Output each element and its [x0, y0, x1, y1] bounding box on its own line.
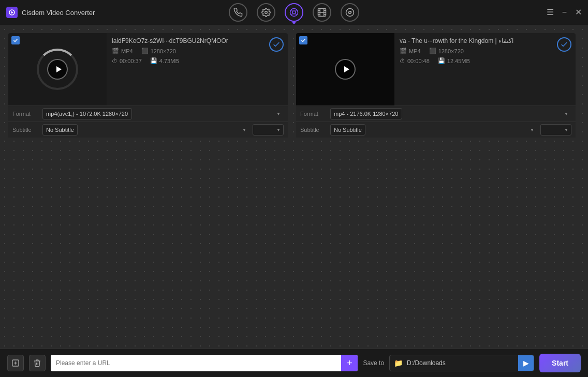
nav-phone-icon[interactable] [229, 3, 247, 22]
format-select[interactable]: mp4 - 2176.0K 1280×720 [330, 108, 402, 119]
resolution-icon: ⬛ [429, 48, 436, 54]
nav-bar [229, 3, 359, 22]
subtitle-select[interactable]: No Subtitle [330, 124, 365, 135]
titlebar: Cisdem Video Converter [0, 0, 588, 25]
confirm-button[interactable] [557, 37, 571, 52]
svg-point-17 [346, 9, 354, 17]
svg-point-4 [292, 11, 296, 14]
video-title: va - The u···rowth for the Kingdom | اكت… [400, 37, 570, 44]
svg-line-8 [296, 10, 297, 11]
delete-button[interactable] [29, 355, 46, 371]
duration-value: 00:00:48 [407, 58, 430, 64]
duration-meta: ⏱ 00:00:48 [400, 57, 430, 64]
svg-line-6 [296, 14, 297, 15]
confirm-button[interactable] [269, 37, 284, 52]
nav-reel-icon[interactable] [341, 3, 359, 22]
resolution-value: 1280×720 [151, 48, 176, 54]
video-card: va - The u···rowth for the Kingdom | اكت… [296, 33, 576, 138]
format-meta: 🎬 MP4 [400, 48, 421, 54]
file-icon: 💾 [438, 57, 445, 64]
nav-video-icon[interactable] [285, 3, 303, 22]
bottombar: + Save to 📁 D:/Downloads ▶ Start [0, 349, 588, 377]
subtitle-lang-wrapper: ▼ [540, 124, 571, 135]
subtitle-lang-select[interactable] [540, 124, 571, 135]
nav-film-icon[interactable] [313, 3, 331, 22]
card-meta: 🎬 MP4 ⬛ 1280×720 [400, 48, 570, 54]
url-input[interactable] [51, 355, 341, 371]
card-info: va - The u···rowth for the Kingdom | اكت… [394, 33, 576, 105]
start-button[interactable]: Start [539, 354, 581, 372]
format-row: Format mp4(avc1,) - 1072.0K 1280×720 ▼ [8, 105, 288, 122]
card-meta: 🎬 MP4 ⬛ 1280×720 [112, 48, 283, 54]
clock-icon: ⏱ [400, 58, 405, 64]
format-select-arrow: ▼ [564, 112, 568, 116]
format-select-arrow: ▼ [276, 112, 281, 116]
video-thumbnail [8, 33, 107, 105]
app-name: Cisdem Video Converter [22, 9, 95, 17]
card-top: va - The u···rowth for the Kingdom | اكت… [296, 33, 576, 105]
subtitle-select-arrow: ▼ [242, 128, 246, 132]
filesize-value: 4.73MB [159, 58, 179, 64]
clock-icon: ⏱ [112, 58, 117, 64]
play-button[interactable] [47, 59, 68, 80]
video-card: laidF9KeO7z-s2WI···dcT9BGU2NrQMOOr 🎬 MP4… [8, 33, 288, 138]
resolution-value: 1280×720 [438, 48, 464, 54]
filesize-value: 12.45MB [447, 58, 470, 64]
video-checkbox[interactable] [11, 36, 20, 44]
subtitle-select-arrow: ▼ [530, 128, 534, 132]
format-icon: 🎬 [112, 48, 119, 54]
save-to-label: Save to [363, 359, 384, 367]
format-select-wrapper: mp4 - 2176.0K 1280×720 ▼ [330, 108, 571, 119]
card-info: laidF9KeO7z-s2WI···dcT9BGU2NrQMOOr 🎬 MP4… [107, 33, 288, 105]
subtitle-select[interactable]: No Subtitle [42, 124, 78, 135]
video-checkbox[interactable] [299, 36, 307, 44]
svg-point-2 [265, 11, 268, 14]
menu-button[interactable]: ☰ [547, 8, 554, 17]
svg-marker-20 [344, 66, 349, 72]
app-logo [6, 7, 18, 18]
resolution-icon: ⬛ [141, 48, 149, 54]
format-row: Format mp4 - 2176.0K 1280×720 ▼ [296, 105, 576, 122]
save-path-text: D:/Downloads [407, 359, 518, 367]
svg-marker-1 [11, 11, 14, 14]
nav-settings-icon[interactable] [257, 3, 275, 22]
play-button[interactable] [335, 59, 356, 80]
minimize-button[interactable]: − [562, 8, 567, 17]
main-content: laidF9KeO7z-s2WI···dcT9BGU2NrQMOOr 🎬 MP4… [0, 25, 588, 349]
subtitle-label: Subtitle [300, 127, 327, 133]
format-meta: 🎬 MP4 [112, 48, 133, 54]
filesize-meta: 💾 4.73MB [150, 57, 179, 64]
url-input-wrapper: + [51, 355, 358, 371]
url-add-button[interactable]: + [341, 355, 358, 371]
card-meta-2: ⏱ 00:00:48 💾 12.45MB [400, 57, 570, 64]
save-path-wrapper: 📁 D:/Downloads ▶ [389, 355, 534, 371]
subtitle-lang-select[interactable] [253, 124, 284, 135]
loading-spinner [37, 49, 78, 90]
subtitle-row: Subtitle No Subtitle ▼ ▼ [8, 122, 288, 138]
card-meta-2: ⏱ 00:00:37 💾 4.73MB [112, 57, 283, 64]
resolution-meta: ⬛ 1280×720 [429, 48, 464, 54]
filesize-meta: 💾 12.45MB [438, 57, 470, 64]
subtitle-label: Subtitle [12, 127, 39, 133]
file-icon: 💾 [150, 57, 157, 64]
close-button[interactable]: ✕ [575, 8, 582, 17]
video-title: laidF9KeO7z-s2WI···dcT9BGU2NrQMOOr [112, 37, 283, 44]
svg-line-7 [291, 14, 292, 15]
format-label: Format [12, 111, 39, 117]
subtitle-select-wrapper: No Subtitle ▼ [330, 124, 537, 135]
format-select[interactable]: mp4(avc1,) - 1072.0K 1280×720 [42, 108, 132, 119]
subtitle-row: Subtitle No Subtitle ▼ ▼ [296, 122, 576, 138]
browse-button[interactable]: ▶ [518, 355, 534, 371]
duration-value: 00:00:37 [120, 58, 142, 64]
window-controls: ☰ − ✕ [547, 8, 582, 17]
format-select-wrapper: mp4(avc1,) - 1072.0K 1280×720 ▼ [42, 108, 284, 119]
format-badge: MP4 [409, 48, 421, 54]
folder-icon: 📁 [390, 359, 407, 367]
svg-line-5 [291, 10, 292, 11]
duration-meta: ⏱ 00:00:37 [112, 57, 142, 64]
card-top: laidF9KeO7z-s2WI···dcT9BGU2NrQMOOr 🎬 MP4… [8, 33, 288, 105]
format-badge: MP4 [121, 48, 133, 54]
resolution-meta: ⬛ 1280×720 [141, 48, 176, 54]
add-file-button[interactable] [7, 355, 24, 371]
subtitle-select-wrapper: No Subtitle ▼ [42, 124, 249, 135]
